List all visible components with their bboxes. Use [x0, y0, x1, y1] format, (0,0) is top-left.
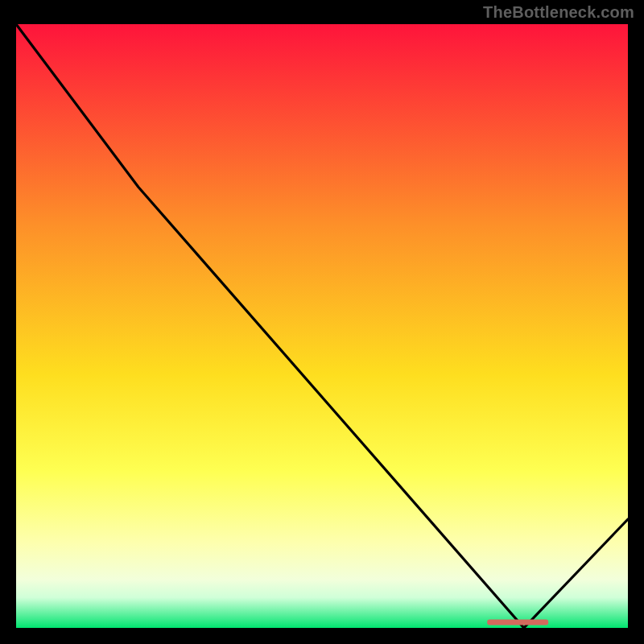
optimum-marker: [487, 620, 548, 625]
watermark-text: TheBottleneck.com: [483, 3, 634, 22]
gradient-background: [16, 24, 628, 628]
plot-area: [16, 24, 628, 628]
chart-stage: TheBottleneck.com: [0, 0, 644, 644]
chart-svg: [16, 24, 628, 628]
